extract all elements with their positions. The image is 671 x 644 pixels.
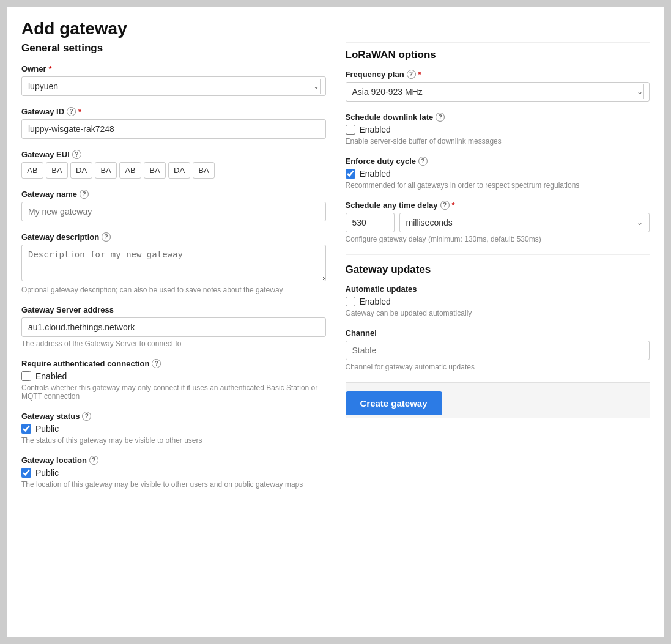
gateway-location-field-group: Gateway location ? Public The location o… <box>21 456 326 489</box>
schedule-delay-unit-wrapper: milliseconds ⌄ <box>399 213 650 232</box>
schedule-delay-hint: Configure gateway delay (minimum: 130ms,… <box>346 235 650 243</box>
enforce-duty-checkbox[interactable] <box>346 169 355 179</box>
gateway-status-checkbox-row: Public <box>21 424 326 434</box>
auto-updates-field-group: Automatic updates Enabled Gateway can be… <box>346 284 650 317</box>
gateway-id-field-group: Gateway ID ? * <box>21 107 326 139</box>
lorawan-section: LoRaWAN options Frequency plan ? * Asia … <box>346 42 650 418</box>
enforce-duty-checkbox-row: Enabled <box>346 169 650 179</box>
eui-byte: AB <box>119 162 141 179</box>
gateway-location-enabled-label[interactable]: Public <box>35 468 59 478</box>
gateway-name-input[interactable] <box>21 202 326 221</box>
require-auth-hint: Controls whether this gateway may only c… <box>21 383 326 401</box>
page-container: Add gateway General settings Owner * lup… <box>6 6 665 638</box>
gateway-eui-label: Gateway EUI ? <box>21 150 326 159</box>
left-column: General settings Owner * lupyuen ⌄ <box>21 42 326 500</box>
auto-updates-enabled-label[interactable]: Enabled <box>360 297 391 306</box>
require-auth-checkbox-row: Enabled <box>21 371 326 381</box>
enforce-duty-enabled-label[interactable]: Enabled <box>360 169 391 179</box>
schedule-delay-label: Schedule any time delay ? * <box>346 201 650 210</box>
lorawan-title: LoRaWAN options <box>346 49 650 61</box>
auto-updates-hint: Gateway can be updated automatically <box>346 309 650 317</box>
gateway-location-checkbox-row: Public <box>21 468 326 478</box>
schedule-downlink-help-icon[interactable]: ? <box>436 113 445 122</box>
owner-select-wrapper: lupyuen ⌄ <box>21 76 326 96</box>
owner-required: * <box>48 64 51 73</box>
eui-byte: DA <box>168 162 190 179</box>
eui-byte: AB <box>21 162 43 179</box>
owner-select[interactable]: lupyuen <box>22 77 320 95</box>
gateway-eui-boxes: ABBADABAABBADABA <box>21 162 326 179</box>
enforce-duty-help-icon[interactable]: ? <box>418 157 428 166</box>
gateway-id-input[interactable] <box>21 119 326 139</box>
require-auth-field-group: Require authenticated connection ? Enabl… <box>21 359 326 401</box>
frequency-plan-divider <box>643 84 644 99</box>
schedule-delay-input[interactable] <box>346 213 395 232</box>
page-title: Add gateway <box>21 19 650 39</box>
gateway-status-hint: The status of this gateway may be visibl… <box>21 436 326 445</box>
gateway-desc-hint: Optional gateway description; can also b… <box>21 286 326 294</box>
gateway-desc-input[interactable] <box>21 245 326 281</box>
require-auth-checkbox[interactable] <box>21 371 31 381</box>
enforce-duty-hint: Recommended for all gateways in order to… <box>346 181 650 190</box>
schedule-downlink-checkbox[interactable] <box>346 125 355 135</box>
gateway-server-input[interactable] <box>21 317 326 337</box>
updates-divider <box>346 254 650 255</box>
require-auth-enabled-label[interactable]: Enabled <box>35 371 67 381</box>
frequency-plan-select-wrapper: Asia 920-923 MHz ⌄ <box>346 82 650 102</box>
gateway-eui-field-group: Gateway EUI ? ABBADABAABBADABA <box>21 150 326 179</box>
eui-byte: BA <box>144 162 166 179</box>
gateway-eui-help-icon[interactable]: ? <box>72 150 81 159</box>
require-auth-label: Require authenticated connection ? <box>21 359 326 368</box>
right-column: LoRaWAN options Frequency plan ? * Asia … <box>346 42 650 500</box>
channel-label: Channel <box>346 328 650 338</box>
gateway-desc-help-icon[interactable]: ? <box>102 232 111 242</box>
require-auth-help-icon[interactable]: ? <box>152 359 161 368</box>
create-gateway-button[interactable]: Create gateway <box>346 391 442 415</box>
create-button-area: Create gateway <box>346 382 650 418</box>
gateway-desc-label: Gateway description ? <box>21 232 326 242</box>
gateway-id-required: * <box>78 107 81 116</box>
eui-byte: BA <box>95 162 117 179</box>
gateway-location-label: Gateway location ? <box>21 456 326 465</box>
channel-input[interactable] <box>346 341 650 360</box>
owner-select-divider <box>320 79 321 94</box>
auto-updates-label: Automatic updates <box>346 284 650 294</box>
gateway-server-label: Gateway Server address <box>21 305 326 314</box>
schedule-delay-help-icon[interactable]: ? <box>440 201 450 210</box>
frequency-plan-required: * <box>418 70 421 79</box>
schedule-delay-row: milliseconds ⌄ <box>346 213 650 232</box>
schedule-downlink-label: Schedule downlink late ? <box>346 113 650 122</box>
eui-byte: BA <box>46 162 68 179</box>
owner-field-group: Owner * lupyuen ⌄ <box>21 64 326 96</box>
eui-byte: BA <box>193 162 215 179</box>
gateway-status-enabled-label[interactable]: Public <box>35 424 59 434</box>
eui-byte: DA <box>70 162 92 179</box>
channel-hint: Channel for gateway automatic updates <box>346 363 650 371</box>
frequency-plan-label: Frequency plan ? * <box>346 70 650 79</box>
frequency-plan-help-icon[interactable]: ? <box>407 70 416 79</box>
schedule-downlink-hint: Enable server-side buffer of downlink me… <box>346 137 650 146</box>
gateway-status-checkbox[interactable] <box>21 424 31 434</box>
schedule-delay-field-group: Schedule any time delay ? * milliseconds… <box>346 201 650 243</box>
gateway-server-hint: The address of the Gateway Server to con… <box>21 339 326 348</box>
gateway-location-hint: The location of this gateway may be visi… <box>21 480 326 489</box>
enforce-duty-field-group: Enforce duty cycle ? Enabled Recommended… <box>346 157 650 190</box>
gateway-updates-title: Gateway updates <box>346 264 650 276</box>
gateway-status-label: Gateway status ? <box>21 412 326 421</box>
gateway-name-help-icon[interactable]: ? <box>80 190 89 199</box>
gateway-status-field-group: Gateway status ? Public The status of th… <box>21 412 326 445</box>
gateway-location-help-icon[interactable]: ? <box>89 456 98 465</box>
schedule-delay-unit-select[interactable]: milliseconds <box>400 213 650 232</box>
schedule-delay-required: * <box>452 201 455 210</box>
schedule-downlink-field-group: Schedule downlink late ? Enabled Enable … <box>346 113 650 146</box>
gateway-id-label: Gateway ID ? * <box>21 107 326 116</box>
schedule-downlink-enabled-label[interactable]: Enabled <box>360 125 391 135</box>
gateway-id-help-icon[interactable]: ? <box>67 107 76 116</box>
gateway-location-checkbox[interactable] <box>21 468 31 478</box>
frequency-plan-select[interactable]: Asia 920-923 MHz <box>346 83 644 101</box>
auto-updates-checkbox[interactable] <box>346 297 355 306</box>
gateway-name-label: Gateway name ? <box>21 190 326 199</box>
gateway-status-help-icon[interactable]: ? <box>82 412 91 421</box>
owner-label: Owner * <box>21 64 326 73</box>
gateway-name-field-group: Gateway name ? <box>21 190 326 221</box>
